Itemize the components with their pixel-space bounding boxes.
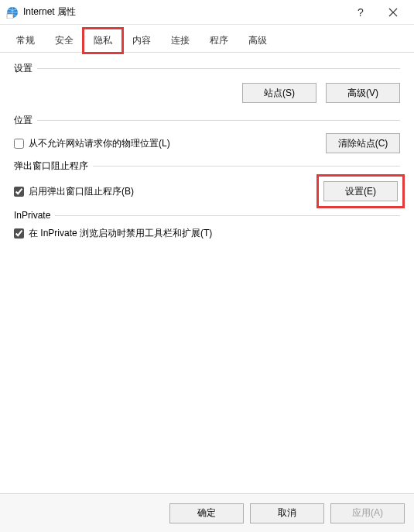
help-button[interactable]: ? <box>346 1 375 24</box>
tab-programs[interactable]: 程序 <box>200 29 238 53</box>
inprivate-checkbox-label: 在 InPrivate 浏览启动时禁用工具栏和扩展(T) <box>29 227 212 240</box>
clear-sites-button[interactable]: 清除站点(C) <box>326 133 400 153</box>
inprivate-checkbox-row[interactable]: 在 InPrivate 浏览启动时禁用工具栏和扩展(T) <box>14 227 212 240</box>
location-checkbox[interactable] <box>14 139 24 149</box>
dialog-footer: 确定 取消 应用(A) <box>0 493 414 532</box>
advanced-button[interactable]: 高级(V) <box>326 83 400 103</box>
tab-page-privacy: 设置 站点(S) 高级(V) 位置 从不允许网站请求你的物理位置(L) 清除站点… <box>0 53 414 510</box>
section-label-location: 位置 <box>14 114 33 127</box>
section-label-settings: 设置 <box>14 62 33 75</box>
tab-security[interactable]: 安全 <box>45 29 84 53</box>
popup-checkbox-row[interactable]: 启用弹出窗口阻止程序(B) <box>14 185 134 198</box>
window-title: Internet 属性 <box>23 5 346 19</box>
internet-icon <box>6 6 19 19</box>
apply-button[interactable]: 应用(A) <box>330 503 405 523</box>
location-checkbox-label: 从不允许网站请求你的物理位置(L) <box>29 137 170 150</box>
sites-button[interactable]: 站点(S) <box>242 83 316 103</box>
location-checkbox-row[interactable]: 从不允许网站请求你的物理位置(L) <box>14 137 170 150</box>
tab-general[interactable]: 常规 <box>6 29 45 53</box>
popup-checkbox-label: 启用弹出窗口阻止程序(B) <box>29 185 134 198</box>
svg-rect-1 <box>7 14 13 19</box>
tab-privacy[interactable]: 隐私 <box>84 29 122 53</box>
popup-checkbox[interactable] <box>14 187 24 197</box>
tab-advanced[interactable]: 高级 <box>238 29 277 53</box>
section-popup: 弹出窗口阻止程序 <box>14 160 400 173</box>
divider <box>37 120 400 121</box>
divider <box>55 215 400 216</box>
divider <box>37 68 400 69</box>
divider <box>93 166 400 166</box>
popup-settings-button[interactable]: 设置(E) <box>323 181 398 201</box>
cancel-button[interactable]: 取消 <box>250 503 324 523</box>
section-location: 位置 <box>14 114 400 127</box>
ok-button[interactable]: 确定 <box>169 503 244 523</box>
tab-connections[interactable]: 连接 <box>161 29 200 53</box>
section-settings: 设置 <box>14 62 400 75</box>
tab-content[interactable]: 内容 <box>122 29 161 53</box>
section-label-popup: 弹出窗口阻止程序 <box>14 160 88 173</box>
titlebar: Internet 属性 ? <box>0 0 414 25</box>
inprivate-checkbox[interactable] <box>14 228 24 239</box>
section-label-inprivate: InPrivate <box>14 210 50 221</box>
close-button[interactable] <box>375 1 411 24</box>
tabstrip: 常规 安全 隐私 内容 连接 程序 高级 <box>0 25 414 53</box>
section-inprivate: InPrivate <box>14 210 400 221</box>
